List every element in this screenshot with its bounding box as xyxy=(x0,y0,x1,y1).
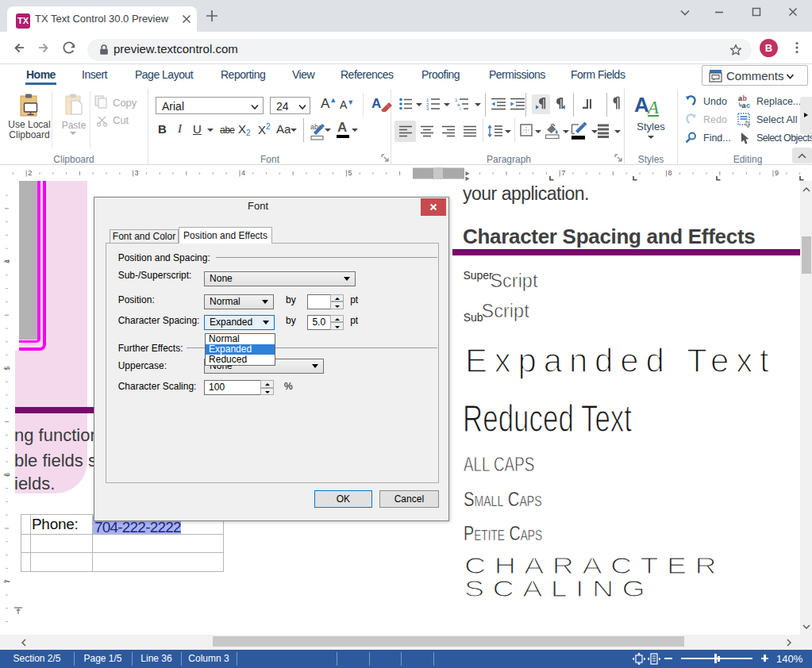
svg-text:4: 4 xyxy=(241,169,245,177)
svg-text:3: 3 xyxy=(426,106,429,110)
svg-text:4: 4 xyxy=(3,259,11,263)
svg-text:2: 2 xyxy=(28,169,32,177)
svg-text:8: 8 xyxy=(668,169,672,177)
svg-text:5: 5 xyxy=(348,169,352,177)
svg-text:3: 3 xyxy=(135,169,139,177)
svg-text:c: c xyxy=(746,102,750,109)
svg-text:7: 7 xyxy=(561,169,565,177)
svg-text:5: 5 xyxy=(3,366,11,370)
svg-text:7: 7 xyxy=(3,579,11,583)
svg-text:6: 6 xyxy=(3,473,11,477)
svg-text:i: i xyxy=(460,106,460,110)
svg-text:9: 9 xyxy=(775,169,779,177)
